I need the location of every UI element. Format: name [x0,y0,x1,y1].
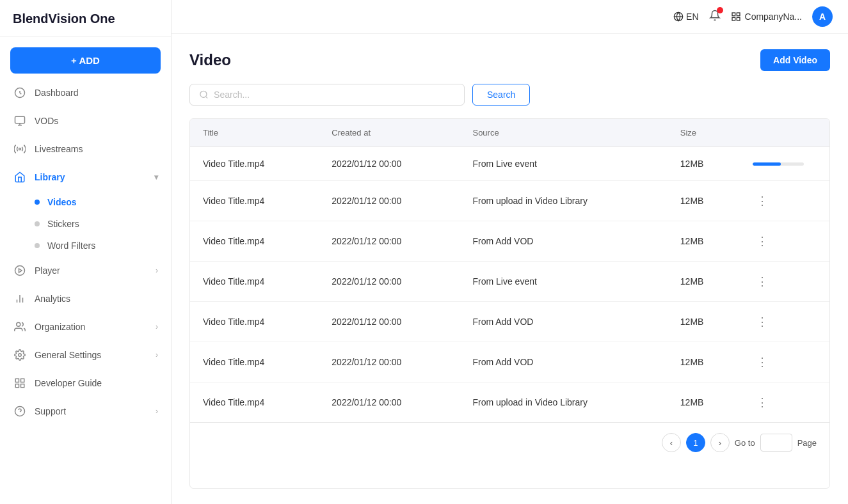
more-options-button[interactable]: ⋮ [753,273,772,290]
svg-point-22 [200,91,207,97]
sidebar-item-developer-guide[interactable]: Developer Guide [0,369,171,397]
row-source: From Add VOD [460,302,667,342]
sidebar-item-videos-label: Videos [47,197,77,207]
progress-bar-cell [753,162,817,166]
page-1-button[interactable]: 1 [686,433,705,452]
sidebar-item-organization[interactable]: Organization › [0,313,171,341]
svg-rect-10 [15,379,19,382]
page-label: Page [797,438,817,448]
page-title: Video [189,51,231,69]
row-source: From Live event [460,147,667,181]
page-header: Video Add Video [189,49,830,71]
row-actions [740,147,829,181]
search-icon [199,90,209,100]
sidebar-item-support[interactable]: Support › [0,397,171,425]
sidebar-item-analytics-label: Analytics [35,294,158,304]
row-title: Video Title.mp4 [190,262,319,302]
sidebar-item-vods[interactable]: VODs [0,107,171,135]
sidebar-item-library[interactable]: Library ▾ [0,163,171,191]
sidebar-item-vods-label: VODs [35,116,158,126]
next-page-button[interactable]: › [710,433,730,452]
organization-chevron-icon: › [156,322,158,331]
sidebar-item-videos[interactable]: Videos [0,191,171,213]
more-options-button[interactable]: ⋮ [753,354,772,370]
add-video-button[interactable]: Add Video [760,49,830,71]
videos-dot [35,200,40,205]
sidebar: BlendVision One + ADD Dashboard VODs Liv… [0,0,172,504]
row-created-at: 2022/01/12 00:00 [319,382,460,423]
sidebar-item-stickers-label: Stickers [47,219,79,229]
svg-rect-11 [21,379,24,382]
svg-point-8 [17,322,20,326]
col-source: Source [460,119,667,147]
svg-point-9 [19,354,22,357]
top-bar: EN CompanyNa... A [172,0,848,34]
row-actions: ⋮ [740,342,829,382]
search-input[interactable] [214,90,455,100]
col-actions [740,119,829,147]
sidebar-item-player-label: Player [35,265,148,276]
pagination: ‹ 1 › Go to Page [190,422,829,462]
row-created-at: 2022/01/12 00:00 [319,342,460,382]
sidebar-item-stickers[interactable]: Stickers [0,213,171,235]
row-title: Video Title.mp4 [190,382,319,423]
word-filters-dot [35,243,40,248]
dashboard-icon [13,86,27,100]
sidebar-item-word-filters[interactable]: Word Filters [0,235,171,256]
row-source: From Add VOD [460,221,667,262]
vods-icon [13,114,27,128]
col-title: Title [190,119,319,147]
row-title: Video Title.mp4 [190,147,319,181]
sidebar-item-organization-label: Organization [35,322,148,332]
language-selector[interactable]: EN [673,12,698,22]
svg-marker-4 [19,269,22,272]
row-created-at: 2022/01/12 00:00 [319,181,460,221]
livestreams-icon [13,142,27,156]
row-title: Video Title.mp4 [190,302,319,342]
company-name: CompanyNa... [745,12,802,22]
notification-bell[interactable] [709,10,721,24]
svg-rect-20 [737,17,740,20]
prev-page-button[interactable]: ‹ [662,433,681,452]
user-avatar[interactable]: A [812,6,833,27]
more-options-button[interactable]: ⋮ [753,193,772,209]
sidebar-item-dashboard[interactable]: Dashboard [0,79,171,107]
col-size: Size [668,119,740,147]
svg-point-3 [15,266,25,276]
svg-rect-19 [737,13,740,16]
sidebar-item-support-label: Support [35,406,148,416]
notification-badge [717,7,723,13]
content-area: Video Add Video Search Title Created at … [172,34,848,504]
support-chevron-icon: › [156,407,158,416]
add-button[interactable]: + ADD [10,47,161,74]
row-source: From Live event [460,262,667,302]
table-row: Video Title.mp42022/01/12 00:00From uplo… [190,382,829,423]
row-size: 12MB [668,342,740,382]
settings-chevron-icon: › [156,350,158,359]
more-options-button[interactable]: ⋮ [753,233,772,249]
row-title: Video Title.mp4 [190,221,319,262]
sidebar-item-player[interactable]: Player › [0,256,171,285]
row-actions: ⋮ [740,181,829,221]
progress-bar [753,162,804,166]
search-bar: Search [189,84,830,106]
search-button[interactable]: Search [472,84,530,106]
sidebar-item-library-label: Library [35,172,147,182]
sidebar-item-analytics[interactable]: Analytics [0,285,171,313]
sidebar-item-general-settings[interactable]: General Settings › [0,341,171,369]
analytics-icon [13,292,27,306]
support-icon [13,404,27,418]
company-selector[interactable]: CompanyNa... [731,12,802,22]
svg-rect-13 [15,384,19,388]
table-row: Video Title.mp42022/01/12 00:00From Live… [190,262,829,302]
more-options-button[interactable]: ⋮ [753,313,772,330]
row-actions: ⋮ [740,221,829,262]
goto-input[interactable] [760,434,792,452]
more-options-button[interactable]: ⋮ [753,394,772,411]
sidebar-item-livestreams[interactable]: Livestreams [0,135,171,163]
col-created-at: Created at [319,119,460,147]
progress-fill [753,162,781,166]
player-chevron-icon: › [156,266,158,275]
row-actions: ⋮ [740,302,829,342]
row-created-at: 2022/01/12 00:00 [319,262,460,302]
